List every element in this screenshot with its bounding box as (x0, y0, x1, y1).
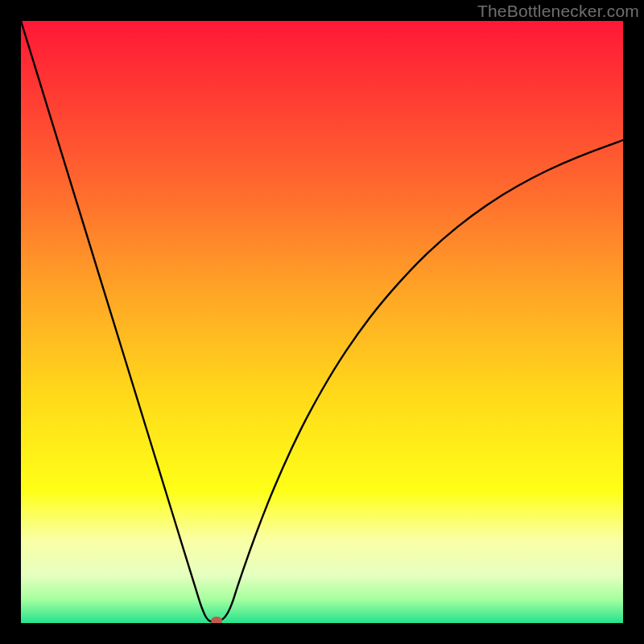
plot-area (21, 21, 623, 623)
chart-frame: TheBottlenecker.com (0, 0, 644, 644)
gradient-background (21, 21, 623, 623)
chart-svg (21, 21, 623, 623)
watermark-text: TheBottlenecker.com (477, 2, 639, 21)
